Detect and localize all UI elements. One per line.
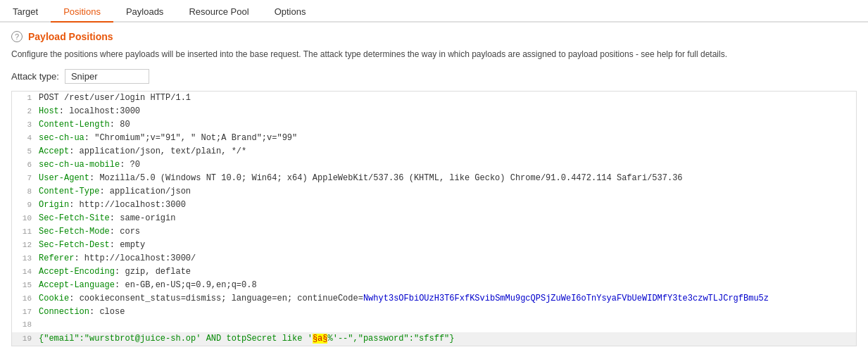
line-content: {"email":"wurstbrot@juice-sh.op' AND tot… <box>39 332 852 346</box>
code-line: 8Content-Type: application/json <box>12 185 856 199</box>
code-area[interactable]: 1POST /rest/user/login HTTP/1.12Host: lo… <box>11 91 857 346</box>
line-content: Sec-Fetch-Mode: cors <box>39 225 852 239</box>
line-number: 15 <box>16 279 32 291</box>
line-number: 8 <box>16 186 32 198</box>
line-number: 16 <box>16 293 32 305</box>
attack-type-label: Attack type: <box>11 71 59 82</box>
line-content: Accept-Encoding: gzip, deflate <box>39 265 852 279</box>
line-number: 1 <box>16 92 32 104</box>
line-number: 12 <box>16 239 32 251</box>
help-icon[interactable]: ? <box>11 31 23 42</box>
line-content: Accept-Language: en-GB,en-US;q=0.9,en;q=… <box>39 279 852 292</box>
attack-type-value[interactable]: Sniper <box>65 69 149 84</box>
line-content: Host: localhost:3000 <box>39 105 852 118</box>
line-content: User-Agent: Mozilla/5.0 (Windows NT 10.0… <box>39 172 852 185</box>
line-content: Sec-Fetch-Dest: empty <box>39 239 852 252</box>
code-line: 3Content-Length: 80 <box>12 118 856 132</box>
line-number: 11 <box>16 226 32 238</box>
code-line: 12Sec-Fetch-Dest: empty <box>12 239 856 252</box>
tab-payloads[interactable]: Payloads <box>113 2 176 23</box>
line-number: 13 <box>16 253 32 265</box>
code-line: 18 <box>12 319 856 332</box>
line-number: 2 <box>16 106 32 118</box>
line-number: 7 <box>16 172 32 184</box>
line-number: 3 <box>16 119 32 131</box>
line-number: 4 <box>16 132 32 144</box>
line-content: Sec-Fetch-Site: same-origin <box>39 212 852 225</box>
line-number: 14 <box>16 266 32 278</box>
code-line: 9Origin: http://localhost:3000 <box>12 199 856 212</box>
line-number: 17 <box>16 306 32 318</box>
code-line: 2Host: localhost:3000 <box>12 105 856 118</box>
attack-type-row: Attack type: Sniper <box>11 69 857 84</box>
code-line: 1POST /rest/user/login HTTP/1.1 <box>12 92 856 105</box>
main-content: ? Payload Positions Configure the positi… <box>0 23 868 352</box>
line-number: 5 <box>16 146 32 158</box>
tab-resource-pool[interactable]: Resource Pool <box>176 2 261 23</box>
line-content: Origin: http://localhost:3000 <box>39 199 852 212</box>
code-line: 6sec-ch-ua-mobile: ?0 <box>12 158 856 172</box>
code-line: 19{"email":"wurstbrot@juice-sh.op' AND t… <box>12 332 856 346</box>
code-line: 13Referer: http://localhost:3000/ <box>12 252 856 265</box>
description: Configure the positions where payloads w… <box>11 48 857 61</box>
line-content: Content-Type: application/json <box>39 185 852 199</box>
line-content: Cookie: cookieconsent_status=dismiss; la… <box>39 292 852 306</box>
tab-target[interactable]: Target <box>0 2 51 23</box>
line-content: POST /rest/user/login HTTP/1.1 <box>39 92 852 105</box>
tab-bar: Target Positions Payloads Resource Pool … <box>0 0 868 23</box>
line-number: 19 <box>16 333 32 345</box>
line-content: Connection: close <box>39 306 852 319</box>
code-line: 7User-Agent: Mozilla/5.0 (Windows NT 10.… <box>12 172 856 185</box>
line-number: 6 <box>16 159 32 171</box>
code-line: 5Accept: application/json, text/plain, *… <box>12 145 856 158</box>
code-line: 4sec-ch-ua: "Chromium";v="91", " Not;A B… <box>12 132 856 145</box>
line-content: sec-ch-ua-mobile: ?0 <box>39 158 852 172</box>
tab-positions[interactable]: Positions <box>51 2 113 23</box>
line-content: Accept: application/json, text/plain, */… <box>39 145 852 158</box>
line-content: Referer: http://localhost:3000/ <box>39 252 852 265</box>
line-number: 18 <box>16 319 32 331</box>
code-line: 14Accept-Encoding: gzip, deflate <box>12 265 856 279</box>
code-line: 11Sec-Fetch-Mode: cors <box>12 225 856 239</box>
line-number: 9 <box>16 199 32 211</box>
code-line: 16Cookie: cookieconsent_status=dismiss; … <box>12 292 856 306</box>
line-content: sec-ch-ua: "Chromium";v="91", " Not;A Br… <box>39 132 852 145</box>
code-line: 10Sec-Fetch-Site: same-origin <box>12 212 856 225</box>
line-content: Content-Length: 80 <box>39 118 852 132</box>
line-number: 10 <box>16 213 32 225</box>
section-header: ? Payload Positions <box>11 31 857 42</box>
code-line: 15Accept-Language: en-GB,en-US;q=0.9,en;… <box>12 279 856 292</box>
code-line: 17Connection: close <box>12 306 856 319</box>
tab-options[interactable]: Options <box>262 2 319 23</box>
section-title: Payload Positions <box>28 31 113 42</box>
